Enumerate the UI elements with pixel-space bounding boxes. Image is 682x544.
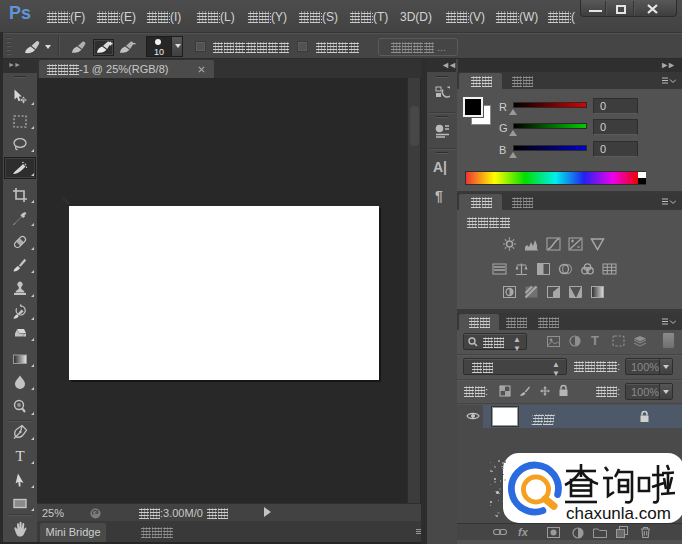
- svg-text:T: T: [15, 448, 24, 464]
